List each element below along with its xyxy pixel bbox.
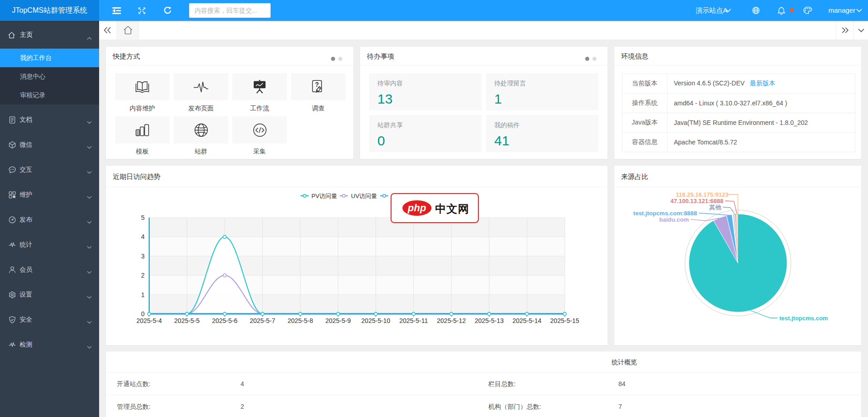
- svg-text:5: 5: [141, 214, 145, 221]
- svg-text:2025-5-13: 2025-5-13: [475, 317, 504, 324]
- svg-text:PV访问量: PV访问量: [311, 193, 337, 199]
- svg-text:其他: 其他: [709, 204, 722, 211]
- svg-text:3: 3: [141, 253, 145, 260]
- svg-text:UV访问量: UV访问量: [351, 193, 377, 199]
- svg-text:2025-5-8: 2025-5-8: [287, 317, 313, 324]
- svg-text:1: 1: [141, 291, 145, 298]
- svg-text:2025-5-9: 2025-5-9: [325, 317, 351, 324]
- svg-text:2025-5-15: 2025-5-15: [550, 317, 579, 324]
- svg-text:test.jtopcms.com:8888: test.jtopcms.com:8888: [633, 210, 697, 217]
- svg-text:2025-5-4: 2025-5-4: [136, 317, 162, 324]
- svg-text:?: ?: [315, 81, 319, 88]
- svg-text:2025-5-5: 2025-5-5: [174, 317, 200, 324]
- svg-text:0: 0: [141, 310, 145, 318]
- svg-text:2025-5-6: 2025-5-6: [212, 317, 237, 324]
- svg-text:47.100.13.121:6888: 47.100.13.121:6888: [671, 198, 723, 204]
- svg-text:baidu.com: baidu.com: [659, 216, 689, 223]
- svg-text:2025-5-14: 2025-5-14: [512, 317, 542, 324]
- svg-text:2025-5-7: 2025-5-7: [250, 317, 275, 324]
- svg-text:2: 2: [141, 272, 145, 279]
- svg-text:118.25.16.175:9123: 118.25.16.175:9123: [676, 191, 728, 198]
- svg-text:2025-5-10: 2025-5-10: [361, 317, 391, 324]
- svg-text:2025-5-12: 2025-5-12: [437, 317, 466, 324]
- svg-text:test.jtopcms.com: test.jtopcms.com: [779, 315, 828, 322]
- svg-text:2025-5-11: 2025-5-11: [399, 317, 428, 324]
- svg-text:4: 4: [141, 233, 145, 240]
